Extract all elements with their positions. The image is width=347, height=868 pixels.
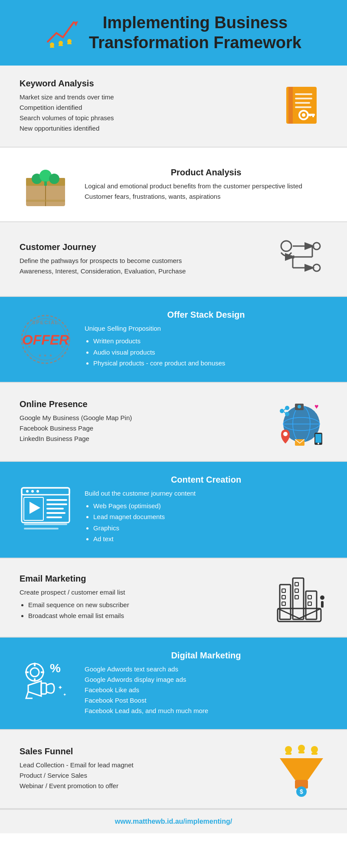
svg-rect-4 bbox=[59, 45, 63, 46]
list-item: Graphics bbox=[93, 523, 327, 534]
svg-point-48 bbox=[285, 412, 289, 416]
svg-point-56 bbox=[298, 405, 301, 408]
svg-text:★: ★ bbox=[27, 344, 31, 349]
svg-rect-88 bbox=[34, 663, 36, 666]
footer: www.matthewb.id.au/implementing/ bbox=[0, 809, 347, 833]
list-item: Written products bbox=[93, 335, 327, 347]
header-icon bbox=[46, 18, 80, 48]
email-marketing-content: Email Marketing Create prospect / custom… bbox=[13, 574, 269, 621]
section-sales-funnel: Sales Funnel Lead Collection - Email for… bbox=[0, 730, 347, 809]
offer-stack-text: Unique Selling Proposition bbox=[85, 323, 327, 334]
svg-rect-8 bbox=[288, 87, 293, 124]
svg-rect-82 bbox=[308, 602, 311, 605]
svg-rect-81 bbox=[308, 595, 311, 599]
content-creation-bullets: Web Pages (optimised) Lead magnet docume… bbox=[85, 500, 327, 545]
svg-point-28 bbox=[313, 243, 320, 250]
online-presence-text: Google My Business (Google Map Pin) Face… bbox=[20, 413, 262, 444]
product-analysis-text: Logical and emotional product benefits f… bbox=[85, 181, 327, 202]
list-item: Physical products - core product and bon… bbox=[93, 358, 327, 369]
svg-text:%: % bbox=[50, 661, 61, 675]
email-marketing-bullets: Email sequence on new subscriber Broadca… bbox=[20, 599, 262, 621]
svg-point-24 bbox=[49, 174, 59, 184]
svg-point-1 bbox=[50, 43, 54, 47]
svg-marker-92 bbox=[28, 681, 41, 696]
svg-point-33 bbox=[313, 264, 320, 271]
section-content-creation: Content Creation Build out the customer … bbox=[0, 462, 347, 559]
svg-marker-103 bbox=[280, 758, 323, 780]
digital-marketing-text: Google Adwords text search ads Google Ad… bbox=[85, 664, 327, 716]
section-digital-marketing: % ✦ ✦ Digital Marketing Google Adwords t… bbox=[0, 638, 347, 730]
svg-point-97 bbox=[285, 746, 292, 753]
online-presence-icon: ♥ bbox=[269, 396, 334, 448]
svg-point-51 bbox=[283, 432, 288, 436]
product-analysis-content: Product Analysis Logical and emotional p… bbox=[78, 168, 334, 202]
svg-rect-67 bbox=[46, 508, 64, 510]
svg-rect-85 bbox=[321, 601, 324, 608]
list-item: Web Pages (optimised) bbox=[93, 500, 327, 512]
svg-rect-80 bbox=[295, 595, 298, 599]
svg-rect-91 bbox=[41, 671, 44, 673]
svg-point-101 bbox=[311, 746, 318, 753]
offer-stack-icon: SPECIAL OFFER ★ ★ ★ ★ ★ bbox=[13, 313, 78, 365]
svg-point-47 bbox=[285, 406, 289, 410]
svg-text:★ ★ ★: ★ ★ ★ bbox=[38, 353, 53, 358]
digital-marketing-title: Digital Marketing bbox=[85, 651, 327, 661]
sales-funnel-text: Lead Collection - Email for lead magnet … bbox=[20, 760, 262, 791]
content-creation-text: Build out the customer journey content bbox=[85, 488, 327, 499]
keyword-analysis-content: Keyword Analysis Market size and trends … bbox=[13, 79, 269, 134]
svg-point-87 bbox=[30, 668, 39, 677]
offer-stack-bullets: Written products Audio visual products P… bbox=[85, 335, 327, 369]
svg-rect-93 bbox=[41, 683, 46, 694]
customer-journey-text: Define the pathways for prospects to bec… bbox=[20, 256, 262, 276]
content-creation-content: Content Creation Build out the customer … bbox=[78, 475, 334, 545]
svg-rect-9 bbox=[295, 93, 312, 95]
customer-journey-content: Customer Journey Define the pathways for… bbox=[13, 242, 269, 276]
svg-line-50 bbox=[284, 412, 285, 413]
svg-point-99 bbox=[298, 745, 305, 752]
section-product-analysis: Product Analysis Logical and emotional p… bbox=[0, 148, 347, 222]
svg-rect-71 bbox=[24, 528, 59, 529]
content-creation-icon bbox=[13, 483, 78, 536]
svg-marker-64 bbox=[29, 502, 40, 514]
content-creation-title: Content Creation bbox=[85, 475, 327, 485]
offer-stack-title: Offer Stack Design bbox=[85, 310, 327, 320]
email-marketing-title: Email Marketing bbox=[20, 574, 262, 584]
sales-funnel-icon: $ bbox=[269, 743, 334, 795]
online-presence-content: Online Presence Google My Business (Goog… bbox=[13, 399, 269, 444]
svg-point-5 bbox=[67, 39, 72, 43]
keyword-analysis-text: Market size and trends over time Competi… bbox=[20, 92, 262, 134]
product-analysis-icon bbox=[13, 161, 78, 208]
section-email-marketing: Email Marketing Create prospect / custom… bbox=[0, 559, 347, 638]
svg-point-62 bbox=[36, 490, 39, 493]
product-analysis-title: Product Analysis bbox=[85, 168, 327, 178]
sales-funnel-content: Sales Funnel Lead Collection - Email for… bbox=[13, 746, 269, 791]
sales-funnel-title: Sales Funnel bbox=[20, 746, 262, 756]
list-item: Ad text bbox=[93, 533, 327, 545]
svg-rect-98 bbox=[285, 753, 291, 755]
svg-rect-6 bbox=[67, 43, 72, 44]
list-item: Audio visual products bbox=[93, 347, 327, 358]
customer-journey-icon bbox=[269, 235, 334, 283]
svg-rect-66 bbox=[46, 503, 67, 505]
svg-rect-79 bbox=[295, 589, 298, 592]
header: Implementing Business Transformation Fra… bbox=[0, 0, 347, 66]
customer-journey-title: Customer Journey bbox=[20, 242, 262, 252]
digital-marketing-icon: % ✦ ✦ bbox=[13, 657, 78, 709]
svg-text:✦: ✦ bbox=[58, 684, 63, 691]
svg-point-14 bbox=[302, 113, 305, 117]
svg-point-54 bbox=[318, 443, 319, 444]
svg-rect-12 bbox=[295, 106, 311, 108]
list-item: Email sequence on new subscriber bbox=[28, 599, 262, 611]
digital-marketing-content: Digital Marketing Google Adwords text se… bbox=[78, 651, 334, 716]
svg-marker-0 bbox=[74, 21, 78, 26]
svg-rect-70 bbox=[24, 523, 67, 525]
svg-text:SPECIAL: SPECIAL bbox=[32, 320, 59, 325]
svg-point-61 bbox=[31, 490, 34, 493]
svg-rect-10 bbox=[295, 98, 312, 99]
svg-rect-77 bbox=[282, 602, 285, 605]
svg-point-60 bbox=[26, 490, 29, 493]
list-item: Lead magnet documents bbox=[93, 511, 327, 523]
svg-rect-16 bbox=[312, 114, 314, 117]
svg-rect-2 bbox=[50, 46, 54, 48]
section-online-presence: Online Presence Google My Business (Goog… bbox=[0, 383, 347, 462]
